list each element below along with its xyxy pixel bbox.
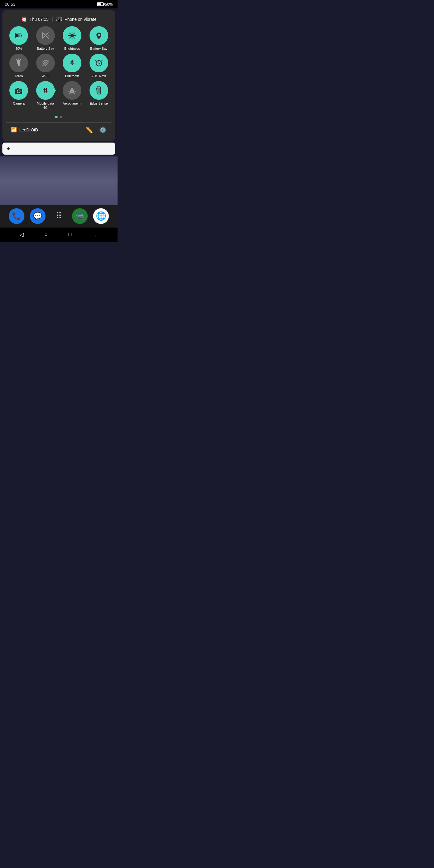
svg-point-18: [98, 34, 100, 36]
edge-sense-icon: [94, 86, 104, 95]
recents-button[interactable]: □: [69, 231, 72, 238]
tile-bluetooth[interactable]: Bluetooth: [59, 54, 85, 78]
battery-icon: [97, 2, 104, 6]
tile-edge-sense[interactable]: Edge Sense: [86, 81, 112, 110]
status-time: 00:53: [5, 2, 16, 7]
tile-wifi[interactable]: Wi-Fi: [33, 54, 59, 78]
home-button[interactable]: ○: [44, 231, 48, 238]
pagination-dots: [6, 113, 112, 122]
svg-line-14: [70, 33, 70, 34]
svg-line-23: [21, 59, 21, 60]
settings-icon[interactable]: ⚙️: [99, 126, 107, 133]
tiles-row-3: Camera Mobile data4G: [6, 81, 112, 110]
wifi-off-icon: [41, 58, 50, 68]
dock-meet-app[interactable]: 📹: [72, 208, 88, 224]
battery-saver-off-icon: [41, 31, 50, 40]
svg-line-16: [70, 37, 70, 38]
info-time: Thu 07:15: [30, 17, 49, 22]
tile-label-battery-saver-on: Battery Sav: [90, 47, 107, 51]
status-battery: 50%: [97, 2, 113, 7]
svg-rect-19: [18, 64, 20, 66]
dot-2: [60, 116, 62, 118]
dock-phone-app[interactable]: 📞: [9, 208, 24, 224]
aeroplane-icon: [67, 86, 77, 95]
svg-rect-38: [98, 88, 100, 93]
carrier-name: LeeDrOiD: [19, 127, 38, 132]
torch-icon: [14, 58, 24, 68]
tile-battery-percent[interactable]: 50 50%: [6, 26, 32, 51]
tile-brightness[interactable]: Brightness: [59, 26, 85, 51]
tile-label-brightness: Brightness: [64, 47, 80, 51]
svg-point-9: [70, 34, 74, 37]
tile-circle-battery-saver-on: [90, 26, 108, 45]
app-dock: 📞 💬 ⠿ 📹 🌐: [0, 205, 118, 227]
tile-circle-battery: 50: [9, 26, 28, 45]
tile-circle-camera: [9, 81, 28, 100]
tile-aeroplane[interactable]: Aeroplane m: [59, 81, 85, 110]
status-bar: 00:53 50%: [0, 0, 118, 8]
svg-point-24: [45, 65, 46, 66]
mobile-data-icon: [41, 86, 50, 95]
tile-label-bluetooth: Bluetooth: [65, 74, 79, 78]
back-button[interactable]: ◁: [20, 231, 24, 238]
tile-circle-edge-sense: [90, 81, 108, 100]
tile-circle-brightness: [63, 26, 82, 45]
dot-1: [55, 116, 58, 118]
tile-circle-torch: [9, 54, 28, 72]
tile-label-mobile-data: Mobile data4G: [37, 101, 54, 110]
tile-label-edge-sense: Edge Sense: [90, 101, 108, 105]
notification-dot: [7, 147, 10, 150]
tiles-row-1: 50 50% Battery Sav: [6, 26, 112, 51]
home-screen: [0, 156, 118, 205]
info-bar: ⏰ Thu 07:15 📳 Phone on vibrate: [6, 14, 112, 26]
tile-circle-bluetooth: [63, 54, 82, 72]
tile-torch[interactable]: Torch: [6, 54, 32, 78]
tile-circle-alarm: [90, 54, 108, 72]
alarm-icon: ⏰: [21, 16, 27, 22]
tile-circle-aeroplane: [63, 81, 82, 100]
svg-rect-6: [48, 35, 49, 36]
brightness-icon: [67, 31, 77, 40]
bottom-actions: ✏️ ⚙️: [86, 126, 107, 133]
tile-battery-saver-on[interactable]: Battery Sav: [86, 26, 112, 51]
svg-line-15: [74, 37, 75, 38]
tile-label-battery-saver-off: Battery Sav: [37, 47, 54, 51]
tile-label-torch: Torch: [15, 74, 23, 78]
tile-label-wifi: Wi-Fi: [41, 74, 50, 78]
edit-icon[interactable]: ✏️: [86, 126, 93, 133]
svg-line-29: [96, 60, 96, 61]
svg-rect-33: [17, 88, 19, 89]
svg-line-17: [74, 33, 75, 34]
svg-marker-20: [17, 60, 21, 64]
dock-messages-app[interactable]: 💬: [30, 208, 45, 224]
battery-tile-icon: 50: [14, 31, 24, 40]
bluetooth-icon: [67, 58, 77, 68]
tile-circle-mobile-data: [36, 81, 55, 100]
svg-text:50: 50: [17, 35, 20, 37]
tile-label-battery-percent: 50%: [16, 47, 22, 51]
tile-battery-saver-off[interactable]: Battery Sav: [33, 26, 59, 51]
tile-circle-wifi: [36, 54, 55, 72]
tile-label-camera: Camera: [13, 101, 25, 105]
tile-label-alarm: 7:15 Next: [92, 74, 106, 78]
tiles-row-2: Torch Wi-Fi Blu: [6, 54, 112, 78]
quick-settings-bottom-bar: 📶 LeeDrOiD ✏️ ⚙️: [6, 122, 112, 137]
tile-circle-battery-saver-off: [36, 26, 55, 45]
dock-chrome-app[interactable]: 🌐: [93, 208, 109, 224]
tile-label-aeroplane: Aeroplane m: [63, 101, 82, 105]
tile-next-alarm[interactable]: 7:15 Next: [86, 54, 112, 78]
notification-strip[interactable]: [2, 143, 115, 155]
nav-bar: ◁ ○ □ ⋮: [0, 227, 118, 242]
dock-app-drawer[interactable]: ⠿: [51, 208, 67, 224]
info-status: Phone on vibrate: [64, 17, 96, 22]
tile-camera[interactable]: Camera: [6, 81, 32, 110]
camera-icon: [14, 86, 24, 95]
location-icon: [94, 31, 104, 40]
svg-line-22: [16, 59, 17, 60]
svg-line-30: [101, 60, 102, 61]
vibrate-icon: 📳: [56, 16, 62, 22]
alarm-clock-icon: [94, 58, 104, 68]
tile-mobile-data[interactable]: Mobile data4G: [33, 81, 59, 110]
more-button[interactable]: ⋮: [93, 231, 98, 238]
signal-icon: 📶: [11, 127, 17, 133]
